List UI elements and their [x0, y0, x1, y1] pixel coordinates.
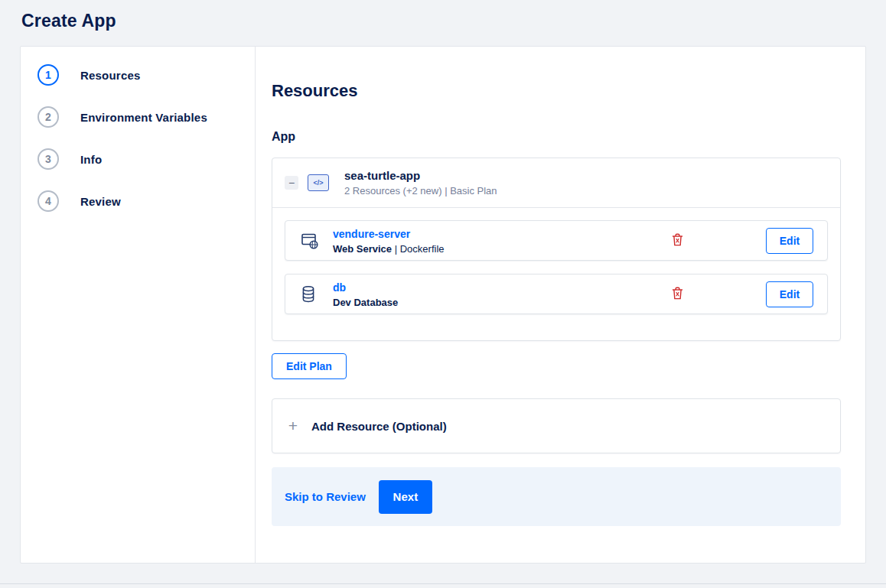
- step-label-resources: Resources: [80, 69, 141, 82]
- resource-detail: Dockerfile: [400, 243, 445, 255]
- steps-sidebar: 1 Resources 2 Environment Variables 3 In…: [21, 47, 256, 563]
- step-item-review[interactable]: 4 Review: [37, 190, 255, 212]
- resource-name-link[interactable]: vendure-server: [333, 228, 410, 240]
- web-service-icon: [301, 232, 321, 250]
- page-header: Create App: [0, 0, 886, 31]
- app-name: sea-turtle-app: [344, 169, 497, 182]
- add-resource-card[interactable]: + Add Resource (Optional): [272, 398, 841, 453]
- minus-icon: −: [288, 177, 295, 189]
- resource-type: Web Service: [333, 243, 392, 255]
- step-number-badge: 1: [37, 64, 59, 86]
- resource-row-vendure-server: vendure-server Web Service | Dockerfile: [285, 220, 828, 261]
- step-label-environment-variables: Environment Variables: [80, 111, 207, 124]
- resources-panel: Resources App − </> sea-turtle-app 2 Res…: [256, 47, 865, 563]
- trash-icon: [672, 287, 683, 302]
- app-summary: 2 Resources (+2 new) | Basic Plan: [344, 185, 497, 197]
- create-app-card: 1 Resources 2 Environment Variables 3 In…: [20, 46, 866, 564]
- database-icon: [301, 285, 321, 304]
- plus-icon: +: [285, 418, 301, 434]
- resource-row-db: db Dev Database: [285, 274, 828, 314]
- step-label-info: Info: [80, 153, 102, 166]
- resource-name-link[interactable]: db: [333, 281, 346, 294]
- step-number-badge: 2: [37, 106, 59, 128]
- next-button[interactable]: Next: [379, 480, 432, 514]
- resource-list: vendure-server Web Service | Dockerfile: [272, 208, 840, 340]
- edit-plan-button[interactable]: Edit Plan: [272, 353, 347, 379]
- code-tag-icon: </>: [308, 174, 329, 191]
- trash-icon: [672, 233, 683, 249]
- page-bottom-divider: [0, 583, 886, 584]
- step-number-badge: 4: [37, 190, 59, 212]
- app-card-header: − </> sea-turtle-app 2 Resources (+2 new…: [272, 158, 840, 208]
- resource-type-line: Dev Database: [333, 297, 398, 308]
- delete-resource-button[interactable]: [672, 287, 683, 302]
- resources-heading: Resources: [272, 81, 841, 101]
- skip-to-review-link[interactable]: Skip to Review: [285, 490, 366, 503]
- step-item-environment-variables[interactable]: 2 Environment Variables: [37, 106, 255, 128]
- step-item-info[interactable]: 3 Info: [37, 148, 255, 170]
- edit-resource-button[interactable]: Edit: [766, 228, 813, 254]
- step-label-review: Review: [80, 195, 121, 208]
- footer-actions: Skip to Review Next: [272, 467, 841, 526]
- resource-meta: db Dev Database: [333, 281, 398, 308]
- resource-type: Dev Database: [333, 297, 398, 308]
- resource-type-separator: |: [392, 243, 400, 255]
- edit-resource-button[interactable]: Edit: [766, 281, 813, 307]
- step-item-resources[interactable]: 1 Resources: [37, 64, 255, 86]
- add-resource-label: Add Resource (Optional): [311, 420, 447, 433]
- page-title: Create App: [21, 11, 886, 31]
- collapse-app-button[interactable]: −: [285, 176, 298, 190]
- app-section-label: App: [272, 130, 841, 144]
- app-meta: sea-turtle-app 2 Resources (+2 new) | Ba…: [344, 169, 497, 197]
- resource-meta: vendure-server Web Service | Dockerfile: [333, 227, 445, 255]
- delete-resource-button[interactable]: [672, 233, 683, 249]
- step-number-badge: 3: [37, 148, 59, 170]
- app-card: − </> sea-turtle-app 2 Resources (+2 new…: [272, 158, 841, 341]
- resource-type-line: Web Service | Dockerfile: [333, 243, 445, 255]
